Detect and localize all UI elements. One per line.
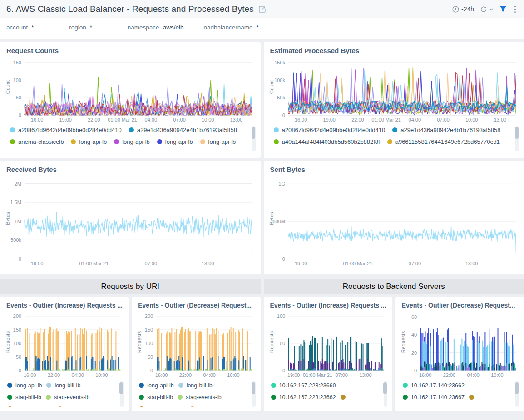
svg-text:0: 0: [282, 112, 285, 118]
svg-text:10:00: 10:00: [95, 372, 108, 378]
series-color-dot: [139, 406, 144, 407]
section-header-requests-by-uri: Requests by URI: [0, 279, 261, 294]
legend-item[interactable]: long-bill-lb: [178, 381, 213, 389]
svg-text:500M: 500M: [272, 219, 285, 224]
sent-bytes-chart[interactable]: 0500M1G19:0001:00 Mar 2107:0013:00Bytes: [268, 174, 520, 267]
legend-item[interactable]: a29e1d436a90942e4b1b76193af5ff58: [129, 126, 237, 134]
outlier-increase-uri-chart[interactable]: 05010015020016:0022:0004:0010:00Requests: [5, 310, 124, 379]
legend-item[interactable]: a20867fd9642d4e09bbe0d284e0dd410: [274, 126, 386, 134]
svg-text:40: 40: [411, 332, 417, 337]
legend-scrollbar-thumb[interactable]: [383, 382, 387, 394]
legend-item[interactable]: [286, 150, 291, 151]
refresh-control[interactable]: [480, 6, 494, 13]
legend-item[interactable]: long-api-lb: [200, 138, 236, 146]
legend-scrollbar-thumb[interactable]: [252, 127, 255, 139]
legend-item[interactable]: a20867fd9642d4e09bbe0d284e0dd410: [10, 126, 122, 134]
filter-account-input[interactable]: *: [31, 24, 52, 33]
legend-scrollbar-thumb[interactable]: [119, 382, 123, 394]
legend-item[interactable]: [58, 405, 63, 407]
legend-label: long-api-lb: [15, 382, 42, 389]
legend-scrollbar[interactable]: [515, 381, 519, 407]
legend-item[interactable]: a40a144af484f403db5d560b2c882f8f: [274, 138, 380, 146]
svg-text:100k: 100k: [274, 78, 285, 83]
svg-text:2M: 2M: [15, 181, 21, 186]
estimated-processed-bytes-chart[interactable]: 050k100k150k16:0019:0022:0001:00 Mar 210…: [268, 55, 520, 123]
legend-item[interactable]: stag-events-lb: [178, 393, 222, 401]
series-color-dot: [139, 383, 144, 388]
outlier-decrease-uri-chart[interactable]: 05010015020016:0022:0004:0010:00Requests: [136, 310, 256, 379]
legend-item[interactable]: [311, 150, 316, 151]
legend-scrollbar[interactable]: [252, 126, 256, 151]
legend-label: stag-monitor-lb: [15, 406, 53, 407]
svg-text:Requests: Requests: [269, 331, 274, 353]
svg-text:Requests: Requests: [5, 331, 10, 353]
legend: a20867fd9642d4e09bbe0d284e0dd410a29e1d43…: [268, 126, 520, 151]
legend-label: long-api-lb: [122, 138, 150, 145]
legend-item[interactable]: 10.162.167.223:23660: [271, 381, 336, 389]
legend-item[interactable]: long-api-lb: [10, 150, 46, 151]
panel-title: Received Bytes: [6, 166, 256, 173]
legend-item[interactable]: long-api-lb: [139, 381, 173, 389]
legend-item[interactable]: 10.162.17.140:23667: [403, 393, 465, 401]
legend-item[interactable]: stag-bill-lb: [139, 393, 173, 401]
svg-text:500k: 500k: [10, 237, 21, 243]
chevron-down-icon: [489, 6, 494, 13]
received-bytes-chart[interactable]: 0500k1M1.5M2M19:0001:00 Mar 2107:0013:00…: [5, 174, 256, 267]
legend-scrollbar-thumb[interactable]: [515, 127, 519, 139]
svg-text:22:00: 22:00: [179, 372, 192, 378]
request-counts-chart[interactable]: 05010015016:0019:0022:0001:00 Mar 2104:0…: [5, 55, 256, 123]
legend-scrollbar[interactable]: [515, 126, 519, 151]
svg-text:16:00: 16:00: [419, 372, 432, 378]
legend-item[interactable]: [53, 150, 58, 151]
legend-item[interactable]: stag-monitor-lb: [7, 405, 53, 407]
series-color-dot: [65, 151, 70, 151]
series-color-dot: [7, 406, 12, 407]
filter-namespace-input[interactable]: aws/elb: [163, 24, 185, 33]
svg-text:13:00: 13:00: [230, 117, 242, 122]
filter-toggle-icon[interactable]: [499, 5, 507, 13]
legend-scrollbar[interactable]: [120, 381, 124, 407]
legend-item[interactable]: [190, 405, 195, 407]
legend-item[interactable]: long-bill-lb: [46, 381, 80, 389]
legend-item[interactable]: 10.162.167.223:23662: [271, 393, 336, 401]
legend-item[interactable]: stag-bill-lb: [7, 393, 41, 401]
legend-item[interactable]: 10.162.17.140:23662: [403, 381, 465, 389]
svg-text:04:00: 04:00: [408, 117, 421, 122]
svg-text:100: 100: [277, 313, 285, 319]
series-color-dot: [298, 151, 303, 151]
legend-item[interactable]: long-api-lb: [7, 381, 42, 389]
legend-item[interactable]: a29e1d436a90942e4b1b76193af5ff58: [392, 126, 500, 134]
filter-loadbalancername-input[interactable]: *: [256, 24, 277, 33]
legend-item[interactable]: [341, 393, 346, 401]
legend-scrollbar-thumb[interactable]: [515, 382, 519, 394]
legend-item[interactable]: [298, 150, 303, 151]
legend-item[interactable]: stag-events-lb: [46, 393, 90, 401]
panel-title: Sent Bytes: [270, 166, 520, 173]
legend-item[interactable]: long-api-lb: [71, 138, 107, 146]
svg-text:01:00 Mar 21: 01:00 Mar 21: [371, 117, 401, 122]
share-icon[interactable]: [258, 5, 266, 13]
legend-item[interactable]: [469, 393, 474, 401]
svg-text:07:00: 07:00: [437, 117, 450, 122]
legend-item[interactable]: [274, 150, 279, 151]
svg-text:0: 0: [150, 368, 153, 373]
time-range-control[interactable]: -24h: [452, 5, 474, 13]
svg-text:0: 0: [282, 368, 285, 373]
legend-item[interactable]: long-api-lb: [157, 138, 193, 146]
legend-label: long-api-lb: [79, 138, 107, 145]
filter-region-input[interactable]: *: [89, 24, 110, 33]
legend-item[interactable]: stag-monitor-lb: [139, 405, 185, 407]
outlier-increase-backend-chart[interactable]: 05010019:0001:00 Mar 2107:0013:00Request…: [268, 310, 388, 379]
legend-item[interactable]: a96611558176441649e672bd65770ed1: [387, 138, 500, 146]
legend-item[interactable]: [65, 150, 70, 151]
legend-scrollbar[interactable]: [252, 381, 256, 407]
legend-scrollbar[interactable]: [384, 381, 387, 407]
legend-item[interactable]: anema-classicelb: [10, 138, 64, 146]
svg-text:150: 150: [13, 327, 21, 332]
outlier-decrease-backend-chart[interactable]: 020406016:0022:0004:0010:00Requests: [400, 310, 519, 379]
legend-scrollbar-thumb[interactable]: [252, 382, 255, 394]
legend-item[interactable]: long-api-lb: [114, 138, 150, 146]
legend-label: long-api-lb: [208, 138, 236, 145]
svg-text:Bytes: Bytes: [268, 212, 274, 225]
kebab-menu-icon[interactable]: [513, 5, 518, 14]
